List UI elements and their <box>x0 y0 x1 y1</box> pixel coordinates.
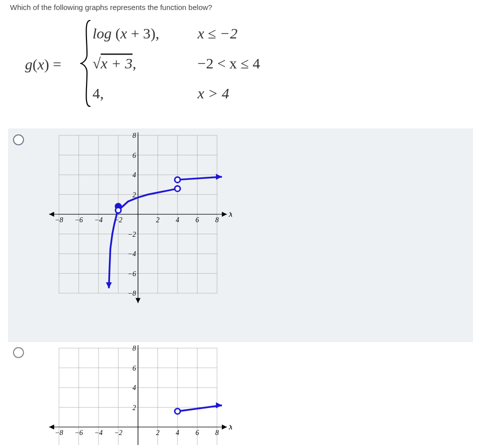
option-2[interactable]: xy−8−6−4−224682468 <box>10 342 473 448</box>
radio-icon[interactable] <box>13 347 24 358</box>
piece-3: 4, x > 4 <box>92 78 260 108</box>
svg-text:6: 6 <box>196 216 199 224</box>
graph-1: xy−8−6−4−22468−8−6−4−22468 <box>32 132 232 312</box>
svg-text:4: 4 <box>132 384 136 392</box>
svg-point-41 <box>175 186 180 191</box>
svg-text:8: 8 <box>216 216 219 224</box>
svg-text:x: x <box>228 209 232 219</box>
svg-text:6: 6 <box>196 429 199 437</box>
svg-text:4: 4 <box>176 216 180 224</box>
svg-point-78 <box>175 409 180 414</box>
svg-text:6: 6 <box>132 152 136 159</box>
option-1[interactable]: xy−8−6−4−22468−8−6−4−22468 <box>8 128 473 342</box>
svg-text:−4: −4 <box>94 216 102 224</box>
svg-text:−6: −6 <box>74 429 82 437</box>
svg-text:2: 2 <box>156 429 160 437</box>
svg-text:8: 8 <box>132 132 136 139</box>
svg-text:−4: −4 <box>128 250 136 258</box>
svg-text:−6: −6 <box>74 216 82 224</box>
svg-text:x: x <box>228 422 232 432</box>
svg-text:6: 6 <box>132 365 136 372</box>
svg-text:−8: −8 <box>128 290 136 297</box>
svg-text:4: 4 <box>176 429 180 437</box>
svg-text:−6: −6 <box>128 270 136 278</box>
svg-point-40 <box>116 208 121 213</box>
svg-text:2: 2 <box>132 404 136 412</box>
piece-1: log (x + 3), x ≤ −2 <box>92 18 260 48</box>
svg-text:4: 4 <box>132 171 136 179</box>
svg-point-42 <box>175 177 180 182</box>
piece-2: √x + 3, −2 < x ≤ 4 <box>92 48 260 78</box>
radio-icon[interactable] <box>13 134 24 145</box>
svg-text:8: 8 <box>216 429 219 437</box>
piecewise-function: g(x) = log (x + 3), x ≤ −2 √x + 3, −2 < … <box>25 18 473 113</box>
brace-icon <box>80 18 92 108</box>
svg-text:−8: −8 <box>55 216 63 224</box>
svg-text:−2: −2 <box>114 429 122 437</box>
svg-text:8: 8 <box>132 345 136 352</box>
svg-text:−4: −4 <box>94 429 102 437</box>
svg-text:−2: −2 <box>128 231 136 238</box>
question-text: Which of the following graphs represents… <box>10 3 473 11</box>
svg-text:2: 2 <box>156 216 160 224</box>
svg-text:−8: −8 <box>55 429 63 437</box>
svg-text:2: 2 <box>132 191 136 199</box>
graph-2: xy−8−6−4−224682468 <box>32 345 232 445</box>
